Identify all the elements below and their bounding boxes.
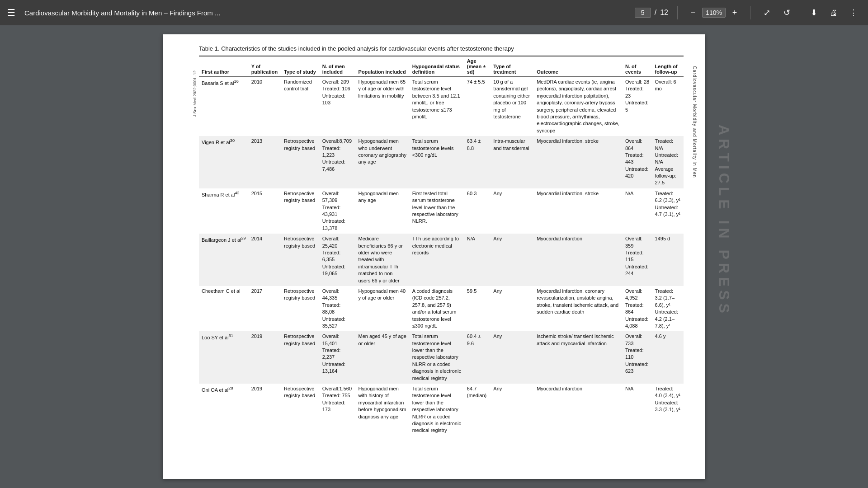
cell-nmen: Overall:8,709 Treated: 1,223 Untreated: …	[320, 136, 356, 188]
cell-type: Retrospective registry based	[281, 286, 320, 331]
cell-population: Hypogonadal men 40 y of age or older	[356, 286, 410, 331]
col-type: Type of study	[281, 56, 320, 77]
zoom-controls: − +	[687, 6, 741, 19]
cell-author: Basaria S et al16	[199, 77, 249, 136]
more-options-button[interactable]: ⋮	[846, 5, 861, 20]
cell-type: Retrospective registry based	[281, 331, 320, 384]
cell-author: Loo SY et al31	[199, 331, 249, 384]
cell-age: 74 ± 5.5	[464, 77, 491, 136]
cell-age: 60.4 ± 9.6	[464, 331, 491, 384]
side-title-right: Cardiovascular Morbidity and Mortality i…	[692, 66, 697, 178]
document-page: J Sex Med 2022;0001–12 ARTICLE IN PRESS …	[163, 34, 705, 479]
cell-population: Hypogonadal men 65 y of age or older wit…	[356, 77, 410, 136]
cell-treatment: Any	[491, 331, 534, 384]
table-row: Baillargeon J et al292014Retrospective r…	[199, 234, 684, 286]
col-author: First author	[199, 56, 249, 77]
cell-hypo: Total serum testosterone levels <300 ng/…	[410, 136, 464, 188]
cell-hypo: A coded diagnosis (ICD code 257.2, 257.8…	[410, 286, 464, 331]
main-area[interactable]: J Sex Med 2022;0001–12 ARTICLE IN PRESS …	[0, 25, 868, 488]
cell-outcome: Ischemic stroke/ transient ischemic atta…	[534, 331, 623, 384]
cell-followup: 1495 d	[652, 234, 684, 286]
col-treatment: Type of treatment	[491, 56, 534, 77]
table-row: Vigen R et al302013Retrospective registr…	[199, 136, 684, 188]
cell-nmen: Overall: 15,401 Treated: 2,237 Untreated…	[320, 331, 356, 384]
cell-population: Hypogonadal men any age	[356, 188, 410, 234]
cell-hypo: Total serum testosterone level lower tha…	[410, 331, 464, 384]
table-title-bold: Table 1.	[199, 45, 220, 52]
toolbar: ☰ Cardiovascular Morbidity and Mortality…	[0, 0, 868, 25]
cell-hypo: TTh use according to electronic medical …	[410, 234, 464, 286]
cell-hypo: Total serum testosterone level between 3…	[410, 77, 464, 136]
cell-nevents: Overall: 733 Treated: 110 Untreated: 623	[623, 331, 652, 384]
cell-age: N/A	[464, 234, 491, 286]
cell-hypo: First tested total serum testosterone le…	[410, 188, 464, 234]
journal-citation: J Sex Med 2022;0001–12	[193, 70, 197, 117]
cell-followup: 4.6 y	[652, 331, 684, 384]
cell-year: 2017	[249, 286, 281, 331]
cell-type: Retrospective registry based	[281, 188, 320, 234]
table-row: Oni OA et al282019Retrospective registry…	[199, 384, 684, 436]
cell-year: 2013	[249, 136, 281, 188]
cell-type: Retrospective registry based	[281, 234, 320, 286]
study-table: First author Y of publication Type of st…	[199, 56, 684, 436]
cell-year: 2019	[249, 384, 281, 436]
col-nmen: N. of men included	[320, 56, 356, 77]
cell-population: Medicare beneficiaries 66 y or older who…	[356, 234, 410, 286]
toolbar-right: ⬇ 🖨 ⋮	[807, 5, 861, 20]
table-title-text: Characteristics of the studies included …	[221, 45, 514, 52]
document-title: Cardiovascular Morbidity and Mortality i…	[24, 9, 629, 17]
cell-outcome: Myocardial infarction, stroke	[534, 188, 623, 234]
separator-1	[677, 6, 678, 19]
cell-age: 60.3	[464, 188, 491, 234]
cell-followup: Overall: 6 mo	[652, 77, 684, 136]
fit-page-button[interactable]: ⤢	[760, 5, 774, 20]
cell-nmen: Overall:1,560 Treated: 755 Untreated: 17…	[320, 384, 356, 436]
cell-nevents: N/A	[623, 384, 652, 436]
rotate-button[interactable]: ↺	[779, 5, 794, 20]
col-hypo: Hypogonadal status definition	[410, 56, 464, 77]
watermark: ARTICLE IN PRESS	[716, 125, 732, 317]
cell-type: Retrospective registry based	[281, 136, 320, 188]
cell-nmen: Overall: 25,420 Treated: 6,355 Untreated…	[320, 234, 356, 286]
zoom-out-button[interactable]: −	[687, 6, 699, 19]
cell-type: Randomized control trial	[281, 77, 320, 136]
table-row: Loo SY et al312019Retrospective registry…	[199, 331, 684, 384]
table-row: Sharma R et al422015Retrospective regist…	[199, 188, 684, 234]
print-button[interactable]: 🖨	[826, 5, 841, 20]
cell-outcome: Myocardial infarction, coronary revascul…	[534, 286, 623, 331]
page-total: 12	[660, 9, 668, 17]
table-header-row: First author Y of publication Type of st…	[199, 56, 684, 77]
page-number-input[interactable]	[635, 8, 651, 18]
cell-population: Hypogonadal men with history of myocardi…	[356, 384, 410, 436]
cell-nevents: Overall: 359 Treated: 115 Untreated: 244	[623, 234, 652, 286]
cell-treatment: Any	[491, 188, 534, 234]
col-age: Age (mean ± sd)	[464, 56, 491, 77]
cell-author: Oni OA et al28	[199, 384, 249, 436]
col-nevents: N. of events	[623, 56, 652, 77]
zoom-in-button[interactable]: +	[728, 6, 741, 19]
cell-followup: Treated: 4.0 (3.4), y¹ Untreated: 3.3 (3…	[652, 384, 684, 436]
cell-followup: Treated: 6.2 (3.3), y¹ Untreated: 4.7 (3…	[652, 188, 684, 234]
cell-year: 2010	[249, 77, 281, 136]
cell-nmen: Overall: 44,335 Treated: 88,08 Untreated…	[320, 286, 356, 331]
menu-icon[interactable]: ☰	[7, 7, 15, 18]
cell-nevents: N/A	[623, 188, 652, 234]
col-year: Y of publication	[249, 56, 281, 77]
cell-outcome: Myocardial infarction, stroke	[534, 136, 623, 188]
cell-treatment: Any	[491, 384, 534, 436]
cell-author: Vigen R et al30	[199, 136, 249, 188]
cell-age: 59.5	[464, 286, 491, 331]
cell-nmen: Overall: 209 Treated: 106 Untreated: 103	[320, 77, 356, 136]
table-row: Basaria S et al162010Randomized control …	[199, 77, 684, 136]
cell-year: 2019	[249, 331, 281, 384]
cell-outcome: Myocardial infarction	[534, 384, 623, 436]
col-outcome: Outcome	[534, 56, 623, 77]
cell-followup: Treated: N/A Untreated: N/A Average foll…	[652, 136, 684, 188]
cell-nevents: Overall: 4,952 Treated: 864 Untreated: 4…	[623, 286, 652, 331]
table-title: Table 1. Characteristics of the studies …	[199, 45, 684, 52]
cell-treatment: Any	[491, 286, 534, 331]
zoom-level-input[interactable]	[702, 8, 726, 18]
cell-population: Hypogonadal men who underwent coronary a…	[356, 136, 410, 188]
download-button[interactable]: ⬇	[807, 5, 821, 20]
cell-nevents: Overall: 864 Treated: 443 Untreated: 420	[623, 136, 652, 188]
